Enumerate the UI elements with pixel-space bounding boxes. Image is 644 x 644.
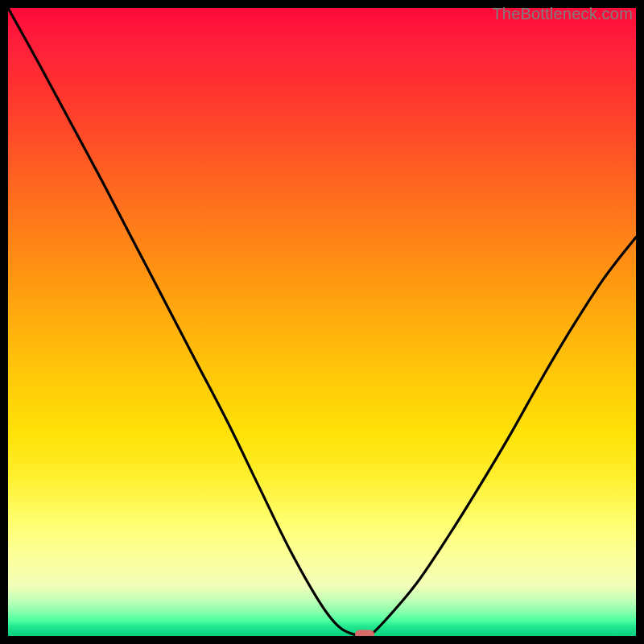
optimum-marker — [355, 630, 374, 636]
watermark-text: TheBottleneck.com — [492, 5, 633, 23]
bottleneck-curve — [8, 8, 636, 636]
plot-area — [8, 8, 636, 636]
chart-frame: TheBottleneck.com — [0, 0, 644, 644]
